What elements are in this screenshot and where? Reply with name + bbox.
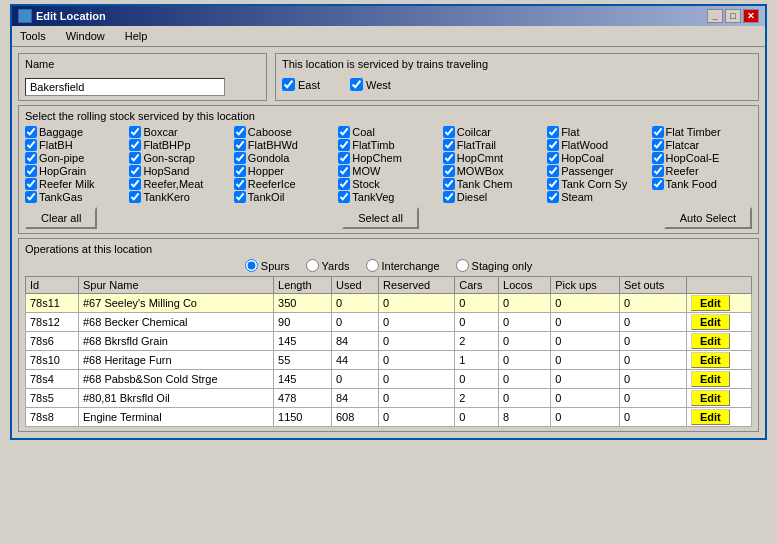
cell-7: 0 xyxy=(551,313,620,332)
close-button[interactable]: ✕ xyxy=(743,9,759,23)
chk-coilcar[interactable] xyxy=(443,126,455,138)
cell-5: 0 xyxy=(455,313,499,332)
edit-button-row-2[interactable]: Edit xyxy=(691,333,730,349)
menu-window[interactable]: Window xyxy=(62,28,109,44)
rad-staging[interactable] xyxy=(456,259,469,272)
menu-tools[interactable]: Tools xyxy=(16,28,50,44)
chk-caboose[interactable] xyxy=(234,126,246,138)
chk-hopgrain[interactable] xyxy=(25,165,37,177)
chk-flat-timber[interactable] xyxy=(652,126,664,138)
chk-reefer[interactable] xyxy=(652,165,664,177)
chk-flatbhpp[interactable] xyxy=(129,139,141,151)
table-row: 78s10#68 Heritage Furn554401000Edit xyxy=(26,351,752,370)
cell-1: Engine Terminal xyxy=(78,408,273,427)
chk-flatwood[interactable] xyxy=(547,139,559,151)
minimize-button[interactable]: _ xyxy=(707,9,723,23)
edit-button-row-4[interactable]: Edit xyxy=(691,371,730,387)
radio-label-rad-spurs[interactable]: Spurs xyxy=(245,259,290,272)
maximize-button[interactable]: □ xyxy=(725,9,741,23)
chk-steam[interactable] xyxy=(547,191,559,203)
clear-all-button[interactable]: Clear all xyxy=(25,207,97,229)
select-all-button[interactable]: Select all xyxy=(342,207,419,229)
chk-gon-pipe[interactable] xyxy=(25,152,37,164)
cell-1: #68 Bkrsfld Grain xyxy=(78,332,273,351)
chk-flatbh[interactable] xyxy=(25,139,37,151)
edit-cell: Edit xyxy=(687,332,752,351)
edit-cell: Edit xyxy=(687,408,752,427)
chk-hopcoal[interactable] xyxy=(547,152,559,164)
chk-gon-scrap[interactable] xyxy=(129,152,141,164)
chk-reefer-milk[interactable] xyxy=(25,178,37,190)
cell-8: 0 xyxy=(619,370,686,389)
chk-passenger[interactable] xyxy=(547,165,559,177)
check-item-chk-passenger: Passenger xyxy=(547,165,647,177)
chk-reefer-meat-label: Reefer,Meat xyxy=(143,178,203,190)
auto-select-button[interactable]: Auto Select xyxy=(664,207,752,229)
chk-flatcar-label: Flatcar xyxy=(666,139,700,151)
rad-interchange[interactable] xyxy=(366,259,379,272)
table-row: 78s12#68 Becker Chemical90000000Edit xyxy=(26,313,752,332)
edit-button-row-1[interactable]: Edit xyxy=(691,314,730,330)
chk-tankkero[interactable] xyxy=(129,191,141,203)
east-checkbox[interactable] xyxy=(282,78,295,91)
chk-flatcar[interactable] xyxy=(652,139,664,151)
chk-boxcar[interactable] xyxy=(129,126,141,138)
rad-spurs[interactable] xyxy=(245,259,258,272)
edit-button-row-0[interactable]: Edit xyxy=(691,295,730,311)
chk-reeferce[interactable] xyxy=(234,178,246,190)
chk-hopchem-label: HopChem xyxy=(352,152,402,164)
chk-flattrail[interactable] xyxy=(443,139,455,151)
radio-label-rad-staging[interactable]: Staging only xyxy=(456,259,533,272)
edit-button-row-3[interactable]: Edit xyxy=(691,352,730,368)
rolling-label: Select the rolling stock serviced by thi… xyxy=(25,110,752,122)
chk-coal[interactable] xyxy=(338,126,350,138)
chk-boxcar-label: Boxcar xyxy=(143,126,177,138)
table-row: 78s5#80,81 Bkrsfld Oil4788402000Edit xyxy=(26,389,752,408)
chk-reefer-meat[interactable] xyxy=(129,178,141,190)
chk-gondola[interactable] xyxy=(234,152,246,164)
chk-baggage[interactable] xyxy=(25,126,37,138)
check-item-chk-hopcoal: HopCoal xyxy=(547,152,647,164)
check-item-chk-coal: Coal xyxy=(338,126,438,138)
cell-5: 0 xyxy=(455,408,499,427)
name-input[interactable] xyxy=(25,78,225,96)
check-item-chk-tankveg: TankVeg xyxy=(338,191,438,203)
chk-flatbhwd[interactable] xyxy=(234,139,246,151)
west-checkbox-label[interactable]: West xyxy=(350,78,391,91)
ops-radio-row: SpursYardsInterchangeStaging only xyxy=(25,259,752,272)
chk-mowbox[interactable] xyxy=(443,165,455,177)
chk-hopper[interactable] xyxy=(234,165,246,177)
radio-label-rad-interchange[interactable]: Interchange xyxy=(366,259,440,272)
chk-hopcoal-e[interactable] xyxy=(652,152,664,164)
table-container: IdSpur NameLengthUsedReservedCarsLocosPi… xyxy=(25,276,752,427)
chk-tankgas[interactable] xyxy=(25,191,37,203)
radio-label-rad-yards[interactable]: Yards xyxy=(306,259,350,272)
check-item-chk-flatbhpp: FlatBHPp xyxy=(129,139,229,151)
cell-1: #67 Seeley's Milling Co xyxy=(78,294,273,313)
chk-hopcmnt[interactable] xyxy=(443,152,455,164)
chk-tank-chem[interactable] xyxy=(443,178,455,190)
chk-tankoil[interactable] xyxy=(234,191,246,203)
chk-hopchem[interactable] xyxy=(338,152,350,164)
cell-5: 2 xyxy=(455,332,499,351)
chk-hopsand[interactable] xyxy=(129,165,141,177)
rolling-section: Select the rolling stock serviced by thi… xyxy=(18,105,759,234)
chk-stock[interactable] xyxy=(338,178,350,190)
chk-tank-corn[interactable] xyxy=(547,178,559,190)
chk-mow[interactable] xyxy=(338,165,350,177)
west-checkbox[interactable] xyxy=(350,78,363,91)
chk-hopcoal-label: HopCoal xyxy=(561,152,604,164)
chk-flattimb[interactable] xyxy=(338,139,350,151)
edit-button-row-5[interactable]: Edit xyxy=(691,390,730,406)
chk-tankveg[interactable] xyxy=(338,191,350,203)
menu-help[interactable]: Help xyxy=(121,28,152,44)
chk-flat[interactable] xyxy=(547,126,559,138)
check-item-chk-boxcar: Boxcar xyxy=(129,126,229,138)
rad-yards[interactable] xyxy=(306,259,319,272)
chk-diesel[interactable] xyxy=(443,191,455,203)
edit-button-row-6[interactable]: Edit xyxy=(691,409,730,425)
east-checkbox-label[interactable]: East xyxy=(282,78,320,91)
chk-tank-food[interactable] xyxy=(652,178,664,190)
chk-reefer-milk-label: Reefer Milk xyxy=(39,178,95,190)
cell-0: 78s12 xyxy=(26,313,79,332)
